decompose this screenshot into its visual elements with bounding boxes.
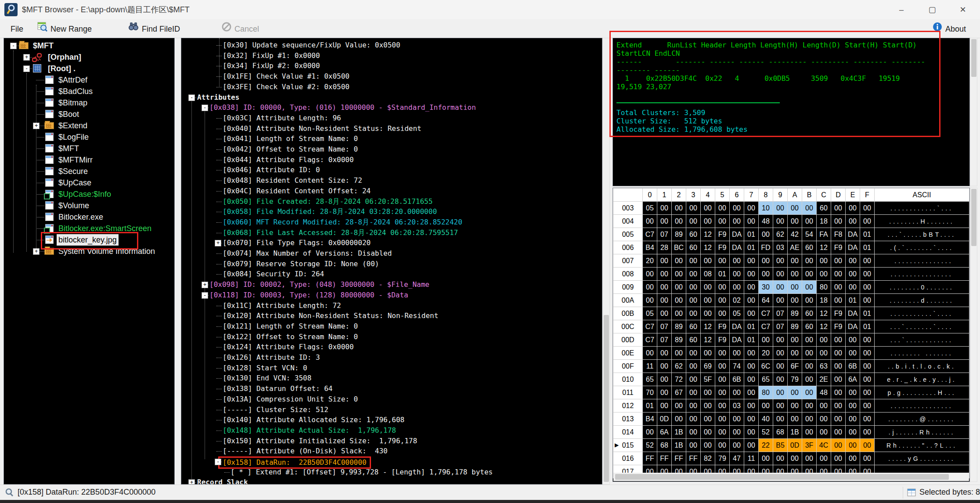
hex-byte-cell[interactable]: 00 (672, 413, 686, 426)
hex-byte-cell[interactable]: 00 (686, 307, 701, 320)
hex-byte-cell[interactable]: 00 (817, 333, 831, 347)
hex-byte-cell[interactable]: 48 (759, 215, 773, 228)
hex-byte-cell[interactable]: 1B (672, 426, 686, 439)
hex-byte-cell[interactable]: 72 (672, 373, 686, 386)
hex-byte-cell[interactable]: 00 (730, 413, 744, 426)
hex-byte-cell[interactable]: 00 (788, 254, 802, 268)
tree-item--extend[interactable]: +$Extend (4, 120, 174, 131)
hex-byte-cell[interactable]: DA (846, 320, 860, 333)
hex-byte-cell[interactable]: 01 (860, 228, 875, 241)
hex-byte-cell[interactable]: 00 (730, 254, 744, 268)
hex-byte-cell[interactable]: 00 (860, 452, 875, 465)
hex-byte-cell[interactable]: 00 (802, 373, 817, 386)
hex-ascii-cell[interactable]: ................ (875, 268, 969, 281)
hex-byte-cell[interactable]: 0D (788, 439, 802, 452)
hex-byte-cell[interactable]: 00 (715, 294, 730, 307)
hex-byte-cell[interactable]: 00 (759, 399, 773, 413)
hex-byte-cell[interactable]: 6A (846, 373, 860, 386)
hex-byte-cell[interactable]: FF (643, 452, 657, 465)
hex-byte-cell[interactable]: FF (686, 452, 701, 465)
hex-byte-cell[interactable]: 60 (686, 241, 701, 254)
hex-byte-cell[interactable]: 00 (860, 294, 875, 307)
hex-byte-cell[interactable]: 00 (759, 268, 773, 281)
tree-item--attrdef[interactable]: $AttrDef (4, 74, 174, 86)
hex-byte-cell[interactable]: 00 (773, 333, 788, 347)
detail-row[interactable]: [-----] Attribute (On-Disk) Slack: 430 (181, 446, 602, 456)
hex-byte-cell[interactable]: 00 (817, 347, 831, 360)
detail-row[interactable]: -Attributes (181, 92, 602, 103)
hex-byte-cell[interactable]: 05 (730, 307, 744, 320)
hex-byte-cell[interactable]: 00 (788, 215, 802, 228)
hex-byte-cell[interactable]: 00 (773, 399, 788, 413)
detail-row[interactable]: [0x11C] Attribute Length: 72 (181, 300, 602, 311)
hex-byte-cell[interactable]: 00 (860, 202, 875, 215)
hex-ascii-cell[interactable]: e.r._.k.e.y...j. (875, 373, 969, 386)
tree-item--badclus[interactable]: $BadClus (4, 86, 174, 97)
detail-row[interactable]: [0x084] Security ID: 264 (181, 269, 602, 279)
hex-ascii-cell[interactable]: .(.`.......`.... (875, 241, 969, 254)
hex-byte-cell[interactable]: 00 (831, 347, 846, 360)
hex-byte-cell[interactable]: 00 (686, 294, 701, 307)
find-fileid-button[interactable]: Find FileID (128, 19, 180, 38)
detail-row[interactable]: [0x03C] Attribute Length: 96 (181, 113, 602, 123)
hex-byte-cell[interactable]: 00 (788, 333, 802, 347)
hex-byte-cell[interactable]: 67 (672, 386, 686, 399)
hex-byte-cell[interactable]: 00 (715, 281, 730, 294)
hex-ascii-cell[interactable]: .j......Rh...... (875, 426, 969, 439)
tree-item--boot[interactable]: $Boot (4, 109, 174, 120)
hex-byte-cell[interactable]: 00 (744, 307, 759, 320)
hex-byte-cell[interactable]: 01 (744, 333, 759, 347)
hex-byte-cell[interactable]: 60 (802, 241, 817, 254)
runlist-vertical-scrollbar[interactable] (970, 38, 977, 186)
tree-item--root-[interactable]: -[Root] . (4, 63, 174, 74)
hex-byte-cell[interactable]: 00 (657, 347, 672, 360)
hex-vertical-scrollbar[interactable] (970, 188, 977, 482)
hex-byte-cell[interactable]: 00 (744, 268, 759, 281)
detail-row[interactable]: -[0x038] ID: 00000, Type: (016) 10000000… (181, 102, 602, 113)
hex-byte-cell[interactable]: 00 (846, 439, 860, 452)
hex-offset-cell[interactable]: 005 (613, 228, 643, 241)
close-button[interactable]: ✕ (949, 0, 976, 19)
hex-byte-cell[interactable]: 60 (802, 307, 817, 320)
hex-offset-cell[interactable]: 011 (613, 386, 643, 399)
hex-byte-cell[interactable]: 00 (817, 426, 831, 439)
detail-row[interactable]: [0x120] Attribute Non-Resident Status: N… (181, 311, 602, 321)
hex-byte-cell[interactable]: 00 (788, 399, 802, 413)
hex-byte-cell[interactable]: 00 (802, 254, 817, 268)
hex-offset-cell[interactable]: 003 (613, 202, 643, 215)
hex-byte-cell[interactable]: 00 (860, 439, 875, 452)
cancel-button[interactable]: Cancel (222, 19, 259, 38)
collapse-icon[interactable]: - (10, 43, 17, 49)
hex-byte-cell[interactable]: 00 (672, 347, 686, 360)
detail-row[interactable]: [0x126] Attribute ID: 3 (181, 352, 602, 363)
hex-byte-cell[interactable]: 01 (643, 399, 657, 413)
hex-offset-cell[interactable]: 010 (613, 373, 643, 386)
hex-offset-cell[interactable]: 008 (613, 268, 643, 281)
hex-byte-cell[interactable]: 00 (773, 347, 788, 360)
hex-offset-cell[interactable]: 00C (613, 320, 643, 333)
hex-byte-cell[interactable]: 01 (860, 307, 875, 320)
hex-byte-cell[interactable]: 00 (846, 386, 860, 399)
hex-byte-cell[interactable]: 00 (802, 347, 817, 360)
hex-ascii-cell[interactable]: ...`.....bBT.... (875, 228, 969, 241)
hex-byte-cell[interactable]: 00 (701, 202, 715, 215)
hex-byte-cell[interactable]: F9 (715, 228, 730, 241)
hex-byte-cell[interactable]: 1B (788, 426, 802, 439)
hex-byte-cell[interactable]: 00 (773, 215, 788, 228)
hex-byte-cell[interactable]: 12 (701, 241, 715, 254)
hex-byte-cell[interactable]: DA (846, 241, 860, 254)
hex-byte-cell[interactable]: 68 (773, 426, 788, 439)
hex-byte-cell[interactable]: 65 (759, 373, 773, 386)
hex-byte-cell[interactable]: 00 (802, 360, 817, 373)
tree-splitter[interactable] (175, 38, 181, 485)
hex-byte-cell[interactable]: 01 (744, 320, 759, 333)
hex-byte-cell[interactable]: C7 (643, 320, 657, 333)
hex-byte-cell[interactable]: 00 (846, 254, 860, 268)
hex-byte-cell[interactable]: 00 (701, 413, 715, 426)
detail-row[interactable]: [0x044] Attribute Flags: 0x0000 (181, 155, 602, 165)
hex-ascii-cell[interactable]: ..b.i.t.l.o.c.k. (875, 360, 969, 373)
hex-ascii-cell[interactable]: ........d....... (875, 294, 969, 307)
hex-byte-cell[interactable]: 01 (846, 294, 860, 307)
hex-byte-cell[interactable]: 00 (788, 281, 802, 294)
hex-byte-cell[interactable]: 00 (831, 333, 846, 347)
